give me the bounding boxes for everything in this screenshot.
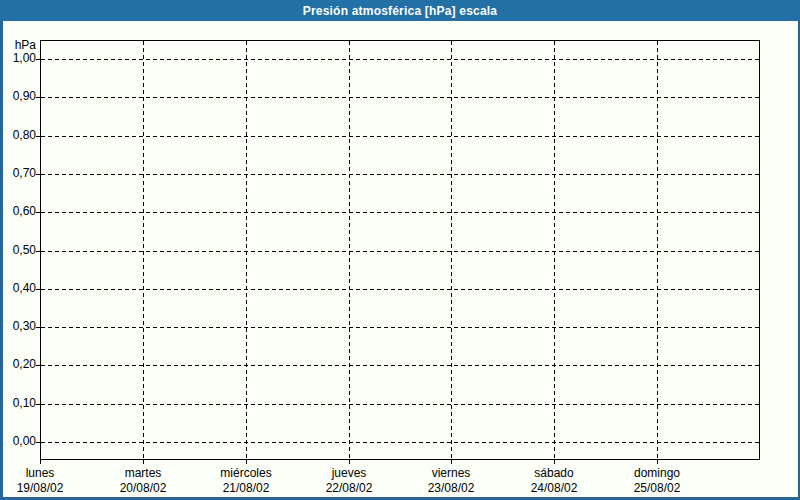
- x-tick-label: jueves22/08/02: [294, 466, 404, 496]
- x-date-label: 22/08/02: [294, 481, 404, 496]
- x-day-label: lunes: [0, 466, 95, 481]
- y-tick-label: 0,20: [0, 357, 36, 372]
- h-gridline: [41, 442, 759, 443]
- x-tick-mark: [349, 460, 350, 464]
- y-tick-mark: [36, 365, 40, 366]
- h-gridline: [41, 327, 759, 328]
- x-date-label: 25/08/02: [602, 481, 712, 496]
- y-tick-mark: [36, 174, 40, 175]
- y-tick-label: 0,90: [0, 89, 36, 104]
- h-gridline: [41, 136, 759, 137]
- y-tick-mark: [36, 289, 40, 290]
- plot-area: [40, 40, 760, 460]
- y-tick-mark: [36, 442, 40, 443]
- x-tick-mark: [451, 460, 452, 464]
- y-tick-mark: [36, 404, 40, 405]
- x-date-label: 19/08/02: [0, 481, 95, 496]
- h-gridline: [41, 404, 759, 405]
- x-tick-label: martes20/08/02: [88, 466, 198, 496]
- y-tick-label: 0,60: [0, 204, 36, 219]
- v-gridline: [554, 41, 555, 459]
- y-tick-mark: [36, 136, 40, 137]
- x-day-label: martes: [88, 466, 198, 481]
- x-tick-label: miércoles21/08/02: [191, 466, 301, 496]
- v-gridline: [349, 41, 350, 459]
- v-gridline: [143, 41, 144, 459]
- chart-window: Presión atmosférica [hPa] escala hPa 1,0…: [0, 0, 800, 500]
- x-date-label: 20/08/02: [88, 481, 198, 496]
- x-tick-mark: [554, 460, 555, 464]
- x-date-label: 24/08/02: [499, 481, 609, 496]
- x-day-label: miércoles: [191, 466, 301, 481]
- x-tick-label: viernes23/08/02: [396, 466, 506, 496]
- v-gridline: [657, 41, 658, 459]
- h-gridline: [41, 97, 759, 98]
- h-gridline: [41, 365, 759, 366]
- y-tick-label: 0,30: [0, 319, 36, 334]
- chart-region: hPa 1,000,900,800,700,600,500,400,300,20…: [0, 0, 800, 500]
- x-tick-label: lunes19/08/02: [0, 466, 95, 496]
- x-day-label: domingo: [602, 466, 712, 481]
- x-date-label: 23/08/02: [396, 481, 506, 496]
- x-tick-label: sábado24/08/02: [499, 466, 609, 496]
- y-tick-mark: [36, 212, 40, 213]
- y-tick-mark: [36, 97, 40, 98]
- x-tick-mark: [246, 460, 247, 464]
- x-day-label: viernes: [396, 466, 506, 481]
- x-tick-mark: [143, 460, 144, 464]
- x-tick-mark: [657, 460, 658, 464]
- y-tick-label: 0,80: [0, 128, 36, 143]
- h-gridline: [41, 174, 759, 175]
- v-gridline: [451, 41, 452, 459]
- x-tick-mark: [40, 460, 41, 464]
- y-tick-label: 0,10: [0, 396, 36, 411]
- x-tick-label: domingo25/08/02: [602, 466, 712, 496]
- y-tick-label: 0,40: [0, 281, 36, 296]
- y-tick-mark: [36, 327, 40, 328]
- h-gridline: [41, 251, 759, 252]
- x-day-label: jueves: [294, 466, 404, 481]
- y-tick-mark: [36, 59, 40, 60]
- x-day-label: sábado: [499, 466, 609, 481]
- y-tick-label: 0,50: [0, 243, 36, 258]
- h-gridline: [41, 59, 759, 60]
- y-tick-label: 1,00: [0, 51, 36, 66]
- y-tick-label: 0,00: [0, 434, 36, 449]
- window-border-left: [0, 21, 3, 500]
- v-gridline: [246, 41, 247, 459]
- h-gridline: [41, 212, 759, 213]
- y-tick-mark: [36, 251, 40, 252]
- x-date-label: 21/08/02: [191, 481, 301, 496]
- h-gridline: [41, 289, 759, 290]
- y-tick-label: 0,70: [0, 166, 36, 181]
